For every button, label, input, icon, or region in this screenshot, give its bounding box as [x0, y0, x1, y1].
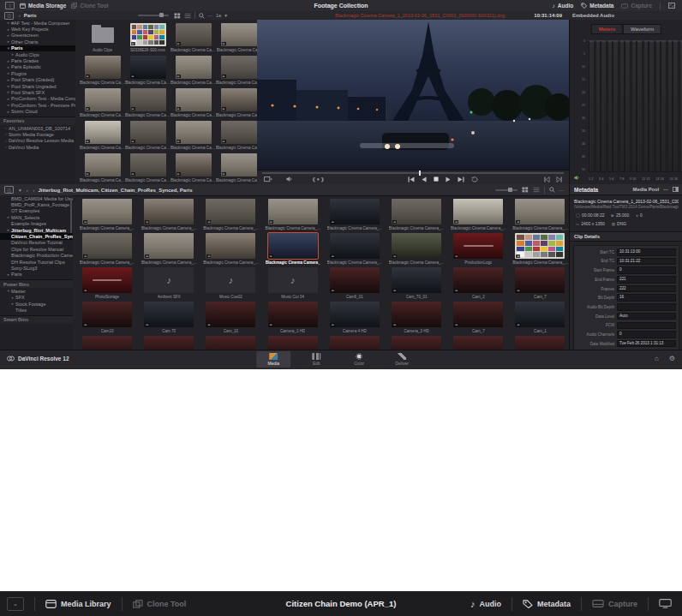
clip-thumbnail[interactable]: ▤ [206, 199, 255, 224]
tree-item[interactable]: ▸Pool Shark (Graded) [0, 77, 75, 83]
clip-cell[interactable]: ▤Blackmagic Cinema Camera_... [125, 88, 170, 117]
clip-thumbnail[interactable]: ▤ [330, 336, 380, 350]
next-clip-icon[interactable] [458, 176, 464, 182]
tree-item[interactable]: BMD_CAM004 Media for User... [0, 195, 73, 201]
favorite-item[interactable]: ☆Storm Media Footage [0, 131, 75, 137]
tree-item[interactable]: ▸Web Key Projects [0, 26, 75, 32]
thumbnail-view-icon[interactable] [174, 13, 181, 19]
clip-cell[interactable]: ▤Blackmagic Cinema Camera_... [324, 199, 386, 230]
clip-cell[interactable]: ▤Blackmagic Cinema Camera_... [170, 56, 216, 85]
clip-cell[interactable]: ▤ [447, 336, 509, 350]
clip-cell[interactable]: ▤ [76, 336, 138, 350]
audio-button[interactable]: ♪Audio [553, 3, 574, 9]
audio-tab-waveform[interactable]: Waveform [623, 24, 661, 34]
pool-more-icon[interactable]: ⋯ [559, 188, 565, 193]
clip-thumbnail[interactable]: ▤ [144, 302, 194, 327]
metadata-field-value[interactable]: 222 [617, 285, 676, 293]
favorite-item[interactable]: ☆DaVinci Resolve Lesson Media [0, 138, 75, 144]
clip-thumbnail[interactable]: ▤ [176, 153, 212, 176]
tab-media[interactable]: Media [256, 351, 290, 368]
clip-cell[interactable]: ▤Cam_10 [200, 302, 261, 333]
clip-thumbnail[interactable]: ▤ [392, 233, 441, 259]
clip-cell[interactable]: ▤Blackmagic Cinema Camera... [170, 23, 216, 52]
tree-item[interactable]: Blackmagic Production Camera 4... [0, 253, 73, 259]
tree-item[interactable]: ▸Paris Grades [0, 57, 75, 63]
folder-thumbnail[interactable] [85, 23, 121, 46]
tree-item[interactable]: ▸Stock Footage [0, 301, 73, 307]
tab-color[interactable]: Color [342, 351, 376, 368]
metadata-field-value[interactable]: Tue Feb 26 2013 1:31:13 [617, 340, 676, 348]
fullscreen-icon[interactable] [668, 3, 675, 9]
clip-thumbnail[interactable]: ▤ [268, 302, 318, 327]
clip-thumbnail[interactable]: ▤ [130, 88, 166, 111]
clip-thumbnail[interactable]: ▤ [330, 199, 380, 224]
project-manager-icon[interactable]: ⌂ [655, 355, 659, 362]
mark-in-icon[interactable] [544, 176, 550, 182]
clip-thumbnail[interactable]: ▤ [176, 121, 212, 144]
clip-cell[interactable]: ▤Blackmagic Cinema Camera_... [80, 121, 125, 150]
clip-cell[interactable]: ▤Blackmagic Cinema Camera_... [262, 199, 324, 230]
clone-tool-button-footer[interactable]: Clone Tool [133, 600, 187, 608]
panel-collapse-button[interactable]: ⌄ [7, 597, 24, 611]
clip-cell[interactable]: ▤ [200, 336, 261, 350]
clip-cell[interactable]: ▤Blackmagic Cinema Camera_... [138, 233, 200, 265]
mark-out-icon[interactable] [556, 176, 562, 182]
tree-item[interactable]: DaVinci Resolve Tutorial [0, 240, 73, 246]
more-icon[interactable]: ⋯ [208, 13, 213, 18]
thumbnail-size-slider[interactable] [138, 15, 169, 16]
tree-item[interactable]: ▾Master [0, 288, 73, 294]
clip-cell[interactable]: ♪Music Cut 04 [262, 267, 324, 299]
clip-thumbnail[interactable]: ▤ [221, 153, 257, 176]
clip-thumbnail[interactable]: ♪ [268, 267, 318, 293]
clip-thumbnail[interactable]: ▤ [453, 199, 503, 224]
tree-item[interactable]: Example Images [0, 221, 73, 227]
clip-thumbnail[interactable]: ▤ [330, 267, 380, 293]
play-icon[interactable] [446, 176, 451, 182]
metadata-button[interactable]: Metadata [581, 3, 613, 9]
panel-more-icon[interactable]: ⋯ [663, 187, 668, 192]
clip-cell[interactable]: ▤Blackmagic Cinema Camera_... [76, 233, 138, 265]
tree-item[interactable]: ▸SFX [0, 294, 73, 300]
tree-item[interactable]: Citizen_Chain_ProRes_Synced [0, 233, 73, 239]
clip-thumbnail[interactable]: ▤ [130, 121, 166, 144]
clip-cell[interactable]: ▤Blackmagic Cinema Camera_... [138, 199, 200, 230]
clip-cell[interactable]: Audio Clips [80, 23, 125, 52]
clip-cell[interactable]: ▤Blackmagic Cinema Camera_... [509, 233, 569, 265]
metadata-field-value[interactable]: 16 [617, 294, 676, 302]
metadata-field-value[interactable]: 10:31:13:00 [617, 248, 676, 256]
clip-thumbnail[interactable]: ▤ [130, 153, 166, 176]
clip-cell[interactable]: ▤Cam_7 [509, 267, 569, 299]
clip-thumbnail[interactable]: ▤ [330, 233, 380, 259]
tree-item[interactable]: ▸ProConform Test - Media Comp... [0, 96, 75, 102]
clip-thumbnail[interactable]: ▤ [85, 153, 121, 176]
clip-cell[interactable]: ▤Blackmagic Cinema Camera_... [80, 153, 125, 182]
clip-thumbnail[interactable]: ▤ [221, 88, 257, 111]
clip-cell[interactable]: ▤Blackmagic Cinema Camera_... [386, 233, 447, 265]
clip-cell[interactable]: ▤Blackmagic Cinema Camera_... [200, 199, 261, 230]
metadata-field-value[interactable]: 0 [617, 331, 676, 338]
scrubber-bar[interactable] [262, 172, 564, 174]
speaker-mute-icon[interactable] [574, 175, 580, 182]
clip-cell[interactable]: ▤Blackmagic Cinema Camera_... [447, 199, 509, 230]
clip-thumbnail[interactable]: ▤ [82, 199, 132, 224]
clip-cell[interactable]: ▤Camera_3 HD [386, 302, 447, 333]
clip-cell[interactable]: ▤Blackmagic Cinema Ca... [216, 23, 257, 52]
metadata-field-value[interactable] [617, 322, 676, 330]
settings-gear-icon[interactable]: ⚙ [669, 355, 675, 362]
clip-thumbnail[interactable]: ▤ [268, 233, 318, 259]
tree-item[interactable]: ▸Jitterbug_Riot_Multicam [0, 227, 73, 233]
collapse-icon[interactable]: ‹ [19, 13, 21, 18]
scrollbar[interactable] [70, 199, 72, 233]
monitor-icon[interactable] [659, 599, 672, 608]
step-back-icon[interactable] [422, 176, 427, 182]
clip-cell[interactable]: ▤Blackmagic Cinema Camera_... [216, 153, 257, 182]
clip-cell[interactable]: ▤S0338E26-S00.mov [125, 23, 170, 52]
favorite-item[interactable]: ☆AN_UNMAN003_DB_100714 [0, 125, 75, 131]
clip-thumbnail[interactable]: ▤ [82, 267, 132, 293]
clip-thumbnail[interactable]: ▤ [206, 233, 255, 259]
source-viewer[interactable] [257, 20, 569, 170]
list-view-icon[interactable] [184, 13, 191, 19]
clip-cell[interactable]: ▤ProductionLogo [447, 233, 509, 265]
clip-thumbnail[interactable]: ▤ [130, 56, 166, 79]
tree-item[interactable]: Clips for Resolve Manual [0, 246, 73, 252]
